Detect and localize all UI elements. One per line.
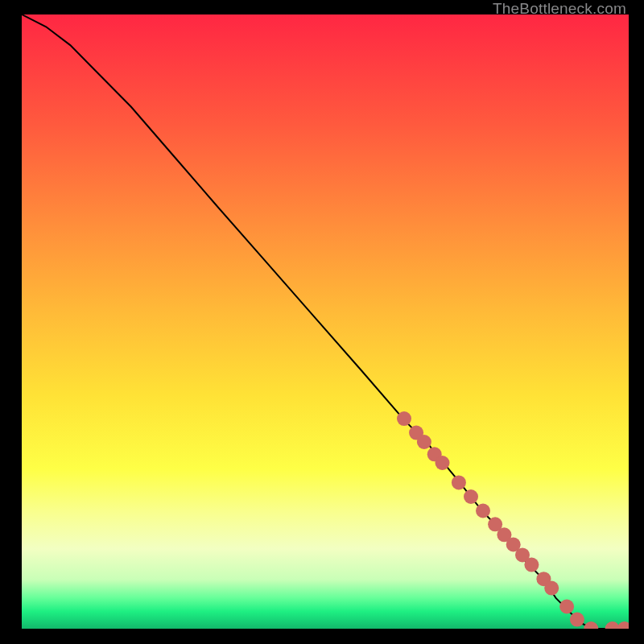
chart-svg xyxy=(22,14,629,629)
data-marker xyxy=(570,613,584,627)
curve-line xyxy=(22,14,629,629)
data-marker xyxy=(464,489,478,504)
chart-stage: TheBottleneck.com xyxy=(0,0,644,644)
data-marker xyxy=(452,475,466,489)
data-marker xyxy=(524,558,539,572)
data-marker xyxy=(584,621,598,629)
data-marker xyxy=(617,621,629,629)
plot-area xyxy=(22,14,629,629)
data-marker xyxy=(559,600,574,614)
data-marker xyxy=(417,435,431,449)
data-marker xyxy=(397,411,411,426)
data-marker xyxy=(436,456,450,470)
data-marker xyxy=(476,504,490,518)
data-marker xyxy=(544,581,559,596)
